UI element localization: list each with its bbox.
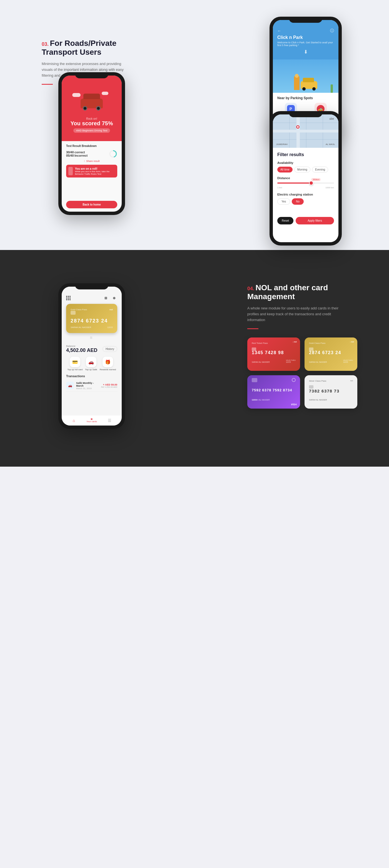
nol-actions-row: 💳 Top up nol card 🚗 Top up Salik 🎁 Rewar… bbox=[62, 353, 122, 374]
map-svg bbox=[273, 115, 338, 148]
silver-card-chip bbox=[309, 385, 313, 389]
tx1-info: Salik Monthly - March March 31, 2019 bbox=[76, 382, 101, 390]
section3-number-title: 03. For Roads/Private Transport Users bbox=[42, 39, 130, 57]
correct-stat: 30/40 correct bbox=[66, 151, 88, 154]
map-overlay: JUMEIRAH AL WASL bbox=[276, 143, 335, 146]
driving-header: Rock on! You scored 75% 4WD Beginners Dr… bbox=[62, 75, 122, 141]
gold-card-title: Gold Class Pass bbox=[309, 342, 353, 344]
filter-actions: Reset Apply filters bbox=[273, 217, 338, 229]
transactions-title: Transactions bbox=[66, 374, 117, 378]
silver-nol-logo: nol bbox=[350, 380, 353, 382]
phone4-screen: ⊞ ⊕ Gold Class Pass nol 2874 6723 24 bbox=[62, 287, 122, 426]
section4-title: NOL and other card Management bbox=[247, 283, 328, 301]
phones-wrapper-section3: 03. For Roads/Private Transport Users Mi… bbox=[42, 17, 347, 228]
ube-logo: ube bbox=[329, 117, 334, 120]
bottom-home-icon[interactable]: ⌂ bbox=[71, 418, 77, 423]
phones-wrapper-section4: 04. NOL and other card Management A whol… bbox=[42, 272, 347, 444]
apply-filters-button[interactable]: Apply filters bbox=[296, 217, 334, 224]
park-subtitle: Welcome to Click n Park. Get Started to … bbox=[277, 41, 334, 46]
nol-card-holder-name: SARAH AL NASSER bbox=[70, 326, 91, 329]
topup-nol-label: Top up nol card bbox=[67, 368, 83, 371]
toggle-yes[interactable]: Yes bbox=[277, 198, 290, 205]
phone3-container: JUMEIRAH AL WASL ube Filter results Avai… bbox=[270, 111, 342, 246]
nol-card-header-row: Gold Class Pass nol bbox=[70, 308, 113, 311]
park-header: ← ⓘ Click n Park Welcome to Click n Park… bbox=[273, 20, 338, 59]
scan-icon-btn[interactable]: ⊞ bbox=[103, 295, 109, 301]
tx1-name: Salik Monthly - March bbox=[76, 382, 101, 387]
svg-rect-10 bbox=[297, 115, 300, 148]
cards-icon: ▣ bbox=[86, 418, 97, 420]
visa-logo: VISA bbox=[291, 403, 297, 406]
add-icon-btn[interactable]: ⊕ bbox=[111, 295, 117, 301]
gold-card-expiry: VALID THRU 12/23 bbox=[343, 359, 353, 363]
score-text: You scored 75% bbox=[67, 120, 116, 127]
phone4-container: ⊞ ⊕ Gold Class Pass nol 2874 6723 24 bbox=[58, 283, 125, 429]
share-icon: ↑ bbox=[84, 160, 85, 162]
promo-desc: While you ace in this form, take the Beh… bbox=[75, 170, 110, 175]
cards-display-section: Red Ticket Pass | nol 1345 7428 98 SARAH… bbox=[247, 338, 364, 409]
card-red-ticket[interactable]: Red Ticket Pass | nol 1345 7428 98 SARAH… bbox=[247, 338, 300, 371]
card-gold-class[interactable]: Gold Class Pass | nol 2874 6723 24 SARAH… bbox=[304, 338, 357, 371]
map-label-jumeirah: JUMEIRAH bbox=[276, 143, 288, 146]
nol-transactions-section: Transactions 🚗 Salik Monthly - March Mar… bbox=[62, 374, 122, 392]
range-thumb[interactable] bbox=[309, 181, 313, 185]
action-rewards[interactable]: 🎁 Rewards earned bbox=[100, 356, 116, 371]
test-body: Test Result Breakdown 30/40 correct 05/4… bbox=[62, 141, 122, 198]
phone1-container: Rock on! You scored 75% 4WD Beginners Dr… bbox=[58, 72, 125, 215]
map-header: JUMEIRAH AL WASL ube bbox=[273, 115, 338, 148]
tx1-amount: + AED 59.00 bbox=[101, 383, 117, 386]
charging-label: Electric charging station bbox=[277, 193, 334, 196]
pill-morning[interactable]: Morning bbox=[294, 167, 310, 173]
silver-card-number: 7382 6378 73 bbox=[309, 388, 353, 394]
back-to-home-button[interactable]: Back to home bbox=[66, 201, 117, 208]
red-card-name: SARAH AL NASSER bbox=[252, 361, 270, 363]
pill-evening[interactable]: Evening bbox=[312, 167, 328, 173]
your-cards-label[interactable]: ▣ Your cards bbox=[86, 418, 97, 423]
nol-header-icons: ⊞ ⊕ bbox=[103, 295, 117, 301]
card-purple-visa[interactable]: 7592 6378 7592 8734 12/23 VISA SARAH AL … bbox=[247, 375, 300, 409]
toggle-no[interactable]: No bbox=[292, 198, 304, 205]
promo-text-block: You are on a roll! While you ace in this… bbox=[75, 167, 115, 175]
phone4-notch bbox=[75, 283, 108, 289]
section4-number: 04. bbox=[247, 286, 254, 291]
gold-card-name: SARAH AL NASSER bbox=[309, 361, 327, 363]
balance-block: Balance: 4,502.00 AED bbox=[66, 345, 97, 353]
action-topup-salik[interactable]: 🚗 Top up Salik bbox=[85, 356, 97, 371]
svg-rect-9 bbox=[273, 130, 338, 132]
share-result-row[interactable]: ↑ Share result bbox=[66, 160, 117, 162]
grid-icon[interactable] bbox=[66, 296, 70, 300]
park-title: Click n Park bbox=[277, 35, 334, 40]
availability-section: Availability All time Morning Evening bbox=[277, 161, 334, 173]
gold-card-number: 2874 6723 24 bbox=[309, 350, 353, 356]
pill-alltime[interactable]: All time bbox=[277, 167, 293, 173]
transaction-item-1: 🚗 Salik Monthly - March March 31, 2019 +… bbox=[66, 380, 117, 392]
park-illustration bbox=[273, 59, 338, 93]
phone1-screen: Rock on! You scored 75% 4WD Beginners Dr… bbox=[62, 75, 122, 212]
range-ends: 1 km 1000 km bbox=[277, 186, 334, 189]
silver-card-title: Silver Class Pass bbox=[309, 380, 326, 382]
section4-desc: A whole new module for users to easily a… bbox=[247, 306, 347, 323]
bottom-menu-icon[interactable]: ☰ bbox=[107, 418, 112, 423]
gold-card-nol-logo: | nol bbox=[350, 341, 354, 343]
filter-body: Filter results Availability All time Mor… bbox=[273, 148, 338, 213]
phone3-notch bbox=[289, 111, 322, 117]
card-silver-class[interactable]: Silver Class Pass nol 7382 6378 73 SARAH… bbox=[304, 375, 357, 409]
park-info-icon[interactable]: ⓘ bbox=[330, 28, 334, 33]
section4-text-block: 04. NOL and other card Management A whol… bbox=[247, 283, 347, 405]
history-button[interactable]: History bbox=[102, 346, 117, 352]
promo-icon bbox=[68, 167, 73, 175]
nol-bottom-navigation: ⌂ ▣ Your cards ☰ bbox=[62, 415, 122, 426]
map-label-alwasl: AL WASL bbox=[326, 143, 335, 146]
distance-section: Distance 350km 1 km 1000 km bbox=[277, 176, 334, 189]
nol-card-expiry: 12/22 bbox=[107, 326, 113, 329]
action-topup-nol[interactable]: 💳 Top up nol card bbox=[67, 356, 83, 371]
driving-test-screen: Rock on! You scored 75% 4WD Beginners Dr… bbox=[62, 75, 122, 212]
filter-title: Filter results bbox=[277, 152, 334, 157]
reset-button[interactable]: Reset bbox=[277, 217, 293, 224]
park-back-icon[interactable]: ← bbox=[277, 29, 281, 33]
promo-heading: You are on a roll! bbox=[75, 167, 115, 170]
purple-card-chip-row bbox=[252, 378, 257, 383]
nol-card-type: Gold Class Pass bbox=[70, 308, 87, 311]
silver-card-name: SARAH AL NASSER bbox=[309, 399, 327, 401]
phone-filter: JUMEIRAH AL WASL ube Filter results Avai… bbox=[270, 111, 342, 246]
